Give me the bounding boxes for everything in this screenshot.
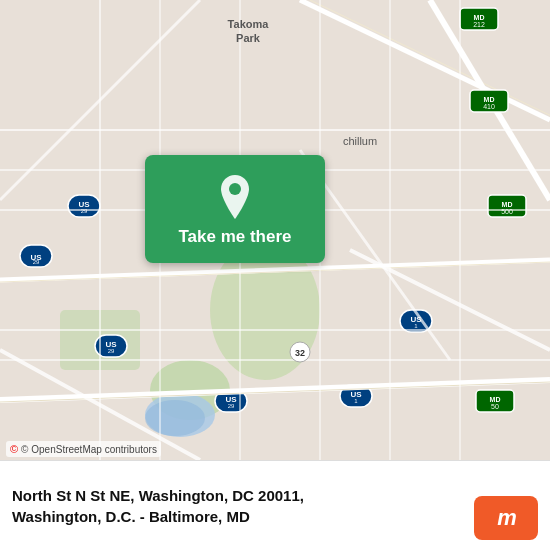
svg-text:Takoma: Takoma (228, 18, 270, 30)
svg-text:410: 410 (483, 103, 495, 110)
take-me-there-button[interactable]: Take me there (145, 155, 325, 263)
svg-text:chillum: chillum (343, 135, 377, 147)
location-pin-icon (217, 175, 253, 219)
svg-point-5 (145, 400, 205, 436)
address-line1: North St N St NE, Washington, DC 20011, (12, 485, 538, 506)
svg-text:MD: MD (484, 96, 495, 103)
svg-text:29: 29 (33, 259, 40, 265)
svg-text:MD: MD (490, 396, 501, 403)
moovit-letter: m (497, 505, 515, 531)
svg-text:212: 212 (473, 21, 485, 28)
address-line2: Washington, D.C. - Baltimore, MD (12, 506, 538, 527)
svg-text:MD: MD (502, 201, 513, 208)
svg-text:29: 29 (108, 348, 115, 354)
osm-text: © OpenStreetMap contributors (21, 444, 157, 455)
moovit-badge: m (474, 496, 538, 540)
svg-text:29: 29 (228, 403, 235, 409)
map-container: US 29 US 29 US 29 MD 212 MD 410 MD 500 M… (0, 0, 550, 460)
svg-text:MD: MD (474, 14, 485, 21)
svg-text:Park: Park (236, 32, 261, 44)
svg-text:50: 50 (491, 403, 499, 410)
moovit-logo: m (474, 496, 538, 540)
info-bar: North St N St NE, Washington, DC 20011, … (0, 460, 550, 550)
take-me-there-label: Take me there (178, 227, 291, 247)
svg-point-63 (229, 183, 241, 195)
osm-attribution: © © OpenStreetMap contributors (6, 441, 161, 457)
svg-text:32: 32 (295, 348, 305, 358)
